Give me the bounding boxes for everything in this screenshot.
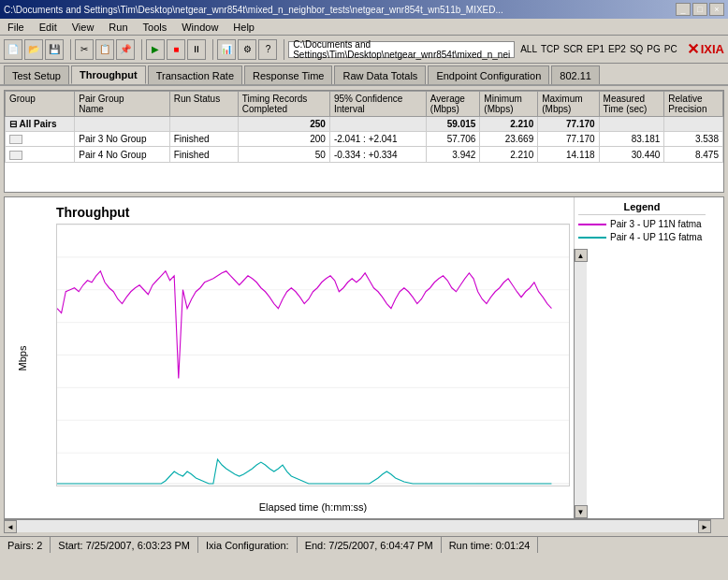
counter-ep2: EP2 <box>608 44 626 54</box>
cell-rel-pair3: 3.538 <box>664 132 723 147</box>
counter-group: ALL TCP SCR EP1 EP2 SQ PG PC <box>520 44 677 54</box>
chart-container: Throughput Mbps <box>4 196 724 519</box>
copy-button[interactable]: 📋 <box>95 39 114 60</box>
chart-area: Throughput Mbps <box>5 197 574 518</box>
legend-title: Legend <box>578 201 706 215</box>
help-button-toolbar[interactable]: ? <box>258 39 277 60</box>
title-text: C:\Documents and Settings\Tim\Desktop\ne… <box>4 5 503 15</box>
scroll-right-button[interactable]: ► <box>698 520 711 533</box>
table-row-all-pairs: ⊟ All Pairs 250 59.015 2.210 77.170 <box>6 117 723 132</box>
run-time-text: Run time: 0:01:24 <box>449 540 531 551</box>
cell-pgname-pair4: Pair 4 No Group <box>75 147 169 162</box>
y-axis-label: Mbps <box>17 345 28 370</box>
tab-test-setup[interactable]: Test Setup <box>4 65 69 84</box>
chart-button[interactable]: 📊 <box>217 39 236 60</box>
status-start: Start: 7/25/2007, 6:03:23 PM <box>51 537 198 553</box>
cell-conf-allpairs <box>329 117 426 132</box>
chart-right-panel: Legend Pair 3 - UP 11N fatma Pair 4 - UP… <box>574 197 723 518</box>
toolbar-separator-3 <box>210 39 213 60</box>
address-text: C:\Documents and Settings\Tim\Desktop\ne… <box>293 39 510 60</box>
col-group: Group <box>6 92 75 117</box>
col-confidence: 95% ConfidenceInterval <box>329 92 426 117</box>
toolbar-separator-1 <box>67 39 71 60</box>
col-run-status: Run Status <box>169 92 238 117</box>
counter-ep1: EP1 <box>587 44 604 54</box>
menu-tools[interactable]: Tools <box>139 22 171 33</box>
menu-help[interactable]: Help <box>229 22 258 33</box>
new-button[interactable]: 📄 <box>4 39 22 60</box>
col-relative-precision: RelativePrecision <box>664 92 723 117</box>
menu-bar: File Edit View Run Tools Window Help <box>0 19 728 36</box>
cell-avg-pair3: 57.706 <box>426 132 480 147</box>
scroll-down-button[interactable]: ▼ <box>575 505 588 518</box>
cell-max-pair4: 14.118 <box>538 147 599 162</box>
close-button[interactable]: × <box>709 3 724 16</box>
cell-max-pair3: 77.170 <box>538 132 599 147</box>
tab-raw-data-totals[interactable]: Raw Data Totals <box>334 65 426 84</box>
col-average: Average(Mbps) <box>426 92 480 117</box>
scroll-track-vertical[interactable] <box>575 262 587 505</box>
menu-view[interactable]: View <box>68 22 98 33</box>
scroll-up-button[interactable]: ▲ <box>575 249 588 262</box>
run-button[interactable]: ▶ <box>146 39 165 60</box>
cell-time-pair3: 83.181 <box>599 132 664 147</box>
status-pairs: Pairs: 2 <box>0 537 51 553</box>
status-end: End: 7/25/2007, 6:04:47 PM <box>298 537 442 553</box>
col-pair-group-name: Pair GroupName <box>75 92 169 117</box>
menu-window[interactable]: Window <box>178 22 222 33</box>
cell-group-allpairs: ⊟ All Pairs <box>6 117 75 132</box>
legend-label-pair4: Pair 4 - UP 11G fatma <box>610 232 702 242</box>
menu-run[interactable]: Run <box>105 22 131 33</box>
menu-edit[interactable]: Edit <box>36 22 61 33</box>
counter-all: ALL <box>520 44 537 54</box>
col-minimum: Minimum(Mbps) <box>480 92 538 117</box>
legend-line-pair3 <box>578 224 606 225</box>
address-bar: C:\Documents and Settings\Tim\Desktop\ne… <box>288 41 515 58</box>
cell-avg-allpairs: 59.015 <box>426 117 480 132</box>
pair3-icon <box>9 135 22 144</box>
minimize-button[interactable]: _ <box>676 3 691 16</box>
tab-endpoint-config[interactable]: Endpoint Configuration <box>428 65 549 84</box>
cut-button[interactable]: ✂ <box>75 39 94 60</box>
legend-item-pair3: Pair 3 - UP 11N fatma <box>578 219 706 229</box>
tab-802-11[interactable]: 802.11 <box>551 65 600 84</box>
cell-max-allpairs: 77.170 <box>538 117 599 132</box>
scroll-left-button[interactable]: ◄ <box>4 520 17 533</box>
cell-min-allpairs: 2.210 <box>480 117 538 132</box>
maximize-button[interactable]: □ <box>692 3 707 16</box>
stop-button[interactable]: ■ <box>167 39 185 60</box>
table-header-row: Group Pair GroupName Run Status Timing R… <box>6 92 723 117</box>
scroll-track-horizontal[interactable] <box>17 520 698 532</box>
tab-transaction-rate[interactable]: Transaction Rate <box>148 65 242 84</box>
open-button[interactable]: 📂 <box>24 39 43 60</box>
tab-response-time[interactable]: Response Time <box>244 65 332 84</box>
cell-timing-allpairs: 250 <box>238 117 329 132</box>
cell-status-allpairs <box>169 117 238 132</box>
end-text: End: 7/25/2007, 6:04:47 PM <box>305 540 433 551</box>
paste-button[interactable]: 📌 <box>116 39 135 60</box>
save-button[interactable]: 💾 <box>45 39 64 60</box>
expand-icon[interactable]: ⊟ <box>9 119 17 129</box>
cell-group-pair4 <box>6 147 75 162</box>
cell-avg-pair4: 3.942 <box>426 147 480 162</box>
toolbar-separator-2 <box>138 39 142 60</box>
table-row-pair3: Pair 3 No Group Finished 200 -2.041 : +2… <box>6 132 723 147</box>
counter-scr: SCR <box>563 44 583 54</box>
menu-file[interactable]: File <box>4 22 28 33</box>
chart-title: Throughput <box>56 205 570 220</box>
toolbar: 📄 📂 💾 ✂ 📋 📌 ▶ ■ ⏸ 📊 ⚙ ? C:\Documents and… <box>0 36 728 64</box>
cell-rel-pair4: 8.475 <box>664 147 723 162</box>
counter-sq: SQ <box>630 44 643 54</box>
tab-throughput[interactable]: Throughput <box>71 65 146 84</box>
status-bar: Pairs: 2 Start: 7/25/2007, 6:03:23 PM Ix… <box>0 536 728 553</box>
settings-button[interactable]: ⚙ <box>238 39 256 60</box>
chart-horizontal-scrollbar[interactable]: ◄ ► <box>4 519 711 532</box>
results-table: Group Pair GroupName Run Status Timing R… <box>5 91 723 163</box>
status-ixia-config: Ixia Configuration: <box>198 537 298 553</box>
legend-item-pair4: Pair 4 - UP 11G fatma <box>578 232 706 242</box>
start-text: Start: 7/25/2007, 6:03:23 PM <box>58 540 190 551</box>
window-controls[interactable]: _ □ × <box>676 3 724 16</box>
col-timing-records: Timing RecordsCompleted <box>238 92 329 117</box>
chart-vertical-scrollbar[interactable]: ▲ ▼ <box>574 249 587 518</box>
pause-button[interactable]: ⏸ <box>187 39 206 60</box>
